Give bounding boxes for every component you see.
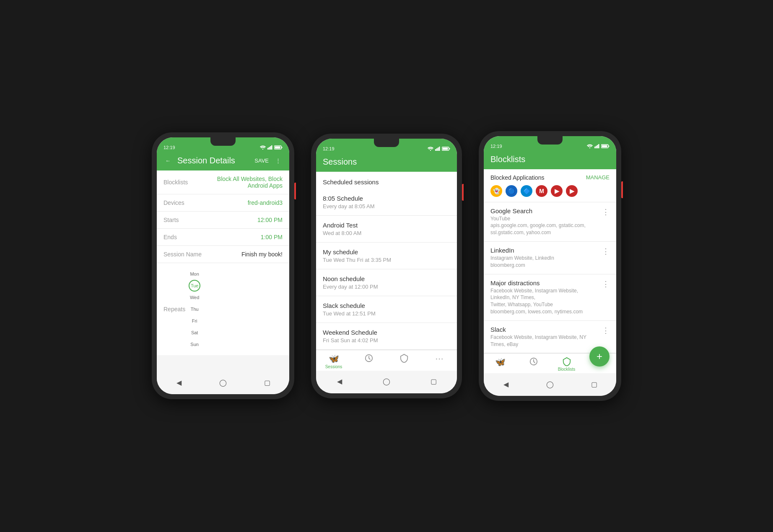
history-nav-icon: [364, 354, 374, 363]
manage-button[interactable]: MANAGE: [586, 174, 610, 181]
nav-blocklists-3[interactable]: Blocklists: [550, 357, 583, 372]
status-time-2: 12:19: [323, 146, 335, 151]
app-bar-1: ← Session Details SAVE ⋮: [157, 152, 289, 170]
back-button-1[interactable]: ←: [163, 156, 172, 165]
devices-row[interactable]: Devices fred-android3: [157, 194, 289, 212]
back-nav-1[interactable]: ◀: [172, 376, 186, 389]
status-time-1: 12:19: [163, 145, 175, 150]
nav-history[interactable]: [351, 354, 386, 369]
google-icon: 🔵: [506, 185, 517, 197]
back-nav-3[interactable]: ◀: [499, 377, 513, 391]
blocklists-value: Block All Websites, Block Android Apps: [211, 176, 283, 189]
recents-nav-3[interactable]: ▢: [587, 377, 601, 391]
day-chip-fri[interactable]: Fri: [189, 315, 200, 327]
ends-row[interactable]: Ends 1:00 PM: [157, 229, 289, 246]
session-name-row[interactable]: Session Name Finish my book!: [157, 246, 289, 263]
recents-nav-2[interactable]: ▢: [427, 375, 440, 388]
session-item-5[interactable]: Weekend Schedule Fri Sat Sun at 4:02 PM: [316, 323, 457, 350]
home-nav-1[interactable]: ◯: [216, 376, 230, 389]
phone-screen-3: 12:19: [484, 136, 616, 396]
session-time-1: Wed at 8:00 AM: [323, 230, 450, 236]
android-nav-1: ◀ ◯ ▢: [157, 372, 289, 394]
back-nav-2[interactable]: ◀: [333, 375, 346, 388]
blocklist-more-icon-2[interactable]: ⋮: [599, 279, 610, 289]
battery-icon-3: [601, 144, 610, 148]
blocklist-subtitle-3: Facebook Website, Instagram Website, NY …: [490, 334, 599, 348]
session-item-1[interactable]: Android Test Wed at 8:00 AM: [316, 216, 457, 243]
svg-rect-7: [275, 147, 280, 149]
home-nav-2[interactable]: ◯: [380, 375, 393, 388]
sessions-content: Scheduled sessions 8:05 Schedule Every d…: [316, 172, 457, 350]
day-chip-mon[interactable]: Mon: [189, 268, 200, 280]
blocklist-more-icon-3[interactable]: ⋮: [599, 326, 610, 335]
battery-icon-2: [442, 147, 450, 151]
section-header-sessions: Scheduled sessions: [316, 172, 457, 189]
signal-icon-1: [267, 145, 272, 150]
blocklist-info-0: Google Search YouTubeapis.google.com, go…: [490, 207, 599, 236]
side-button-3: [621, 181, 623, 198]
blocklist-item-1[interactable]: LinkedIn Instagram Website, LinkedInbloo…: [484, 242, 616, 274]
blocked-apps-header: Blocked Applications MANAGE: [490, 174, 610, 181]
blocklist-item-0[interactable]: Google Search YouTubeapis.google.com, go…: [484, 202, 616, 242]
more-options-button-1[interactable]: ⋮: [274, 156, 283, 165]
save-button-1[interactable]: SAVE: [253, 156, 270, 165]
signal-icon-2: [435, 147, 440, 151]
svg-rect-19: [596, 146, 597, 148]
side-button: [294, 183, 296, 199]
nav-history-3[interactable]: [517, 357, 550, 372]
home-nav-3[interactable]: ◯: [543, 377, 557, 391]
blocklist-subtitle-2: Facebook Website, Instagram Website, Lin…: [490, 287, 599, 315]
app-icons-row: 👻 🔵 🔷 M ▶ ▶: [490, 185, 610, 197]
svg-rect-11: [438, 147, 439, 151]
session-item-0[interactable]: 8:05 Schedule Every day at 8:05 AM: [316, 189, 457, 216]
session-item-3[interactable]: Noon schedule Every day at 12:00 PM: [316, 269, 457, 296]
blocklist-more-icon-0[interactable]: ⋮: [599, 207, 610, 217]
bottom-nav-2: 🦋 Sessions ⋯: [316, 350, 457, 371]
nav-sessions[interactable]: 🦋 Sessions: [316, 354, 351, 369]
session-item-2[interactable]: My schedule Tue Wed Thu Fri at 3:35 PM: [316, 243, 457, 269]
nav-more[interactable]: ⋯: [422, 354, 457, 369]
blocklist-name-1: LinkedIn: [490, 247, 599, 254]
content-1: Blocklists Block All Websites, Block And…: [157, 170, 289, 372]
day-chip-sun[interactable]: Sun: [189, 338, 200, 350]
wifi-icon-3: [587, 144, 593, 148]
svg-rect-6: [282, 147, 283, 148]
blocklists-nav-label-3: Blocklists: [558, 367, 576, 372]
blocklist-more-icon-1[interactable]: ⋮: [599, 247, 610, 256]
days-container: MonTueWedThuFriSatSun: [189, 268, 200, 350]
phones-container: 12:19: [152, 131, 621, 401]
nav-blocklists[interactable]: [386, 354, 422, 369]
starts-row[interactable]: Starts 12:00 PM: [157, 212, 289, 229]
day-chip-wed[interactable]: Wed: [189, 292, 200, 303]
sessions-list: 8:05 Schedule Every day at 8:05 AM Andro…: [316, 189, 457, 350]
blocklists-label: Blocklists: [163, 179, 188, 186]
blocklists-row[interactable]: Blocklists Block All Websites, Block And…: [157, 170, 289, 194]
day-chip-sat[interactable]: Sat: [189, 327, 200, 338]
ends-value: 1:00 PM: [261, 234, 283, 240]
phone-sessions: 12:19: [311, 134, 462, 398]
starts-label: Starts: [163, 217, 179, 223]
svg-rect-12: [439, 147, 440, 151]
gmail-icon: M: [536, 185, 547, 197]
side-button-2: [462, 184, 464, 201]
phone-notch: [210, 137, 236, 146]
repeats-row: Repeats MonTueWedThuFriSatSun: [157, 263, 289, 355]
day-chip-tue[interactable]: Tue: [189, 280, 200, 292]
blocklist-item-2[interactable]: Major distractions Facebook Website, Ins…: [484, 274, 616, 321]
nav-sessions-3[interactable]: 🦋: [484, 357, 517, 372]
twitter-icon: 🔷: [521, 185, 532, 197]
youtube-icon1: ▶: [551, 185, 563, 197]
ends-label: Ends: [163, 234, 177, 240]
blocklists-nav-icon: [399, 354, 409, 363]
session-time-0: Every day at 8:05 AM: [323, 203, 450, 209]
svg-rect-3: [270, 146, 271, 150]
recents-nav-1[interactable]: ▢: [260, 376, 274, 389]
session-item-4[interactable]: Slack schedule Tue Wed at 12:51 PM: [316, 296, 457, 323]
signal-icon-3: [594, 144, 599, 148]
status-icons-3: [587, 144, 610, 148]
blocklist-subtitle-0: YouTubeapis.google.com, google.com, gsta…: [490, 215, 599, 236]
status-time-3: 12:19: [490, 144, 502, 149]
day-chip-thu[interactable]: Thu: [189, 303, 200, 315]
sessions-nav-icon-3: 🦋: [495, 357, 506, 367]
android-nav-3: ◀ ◯ ▢: [484, 373, 616, 396]
